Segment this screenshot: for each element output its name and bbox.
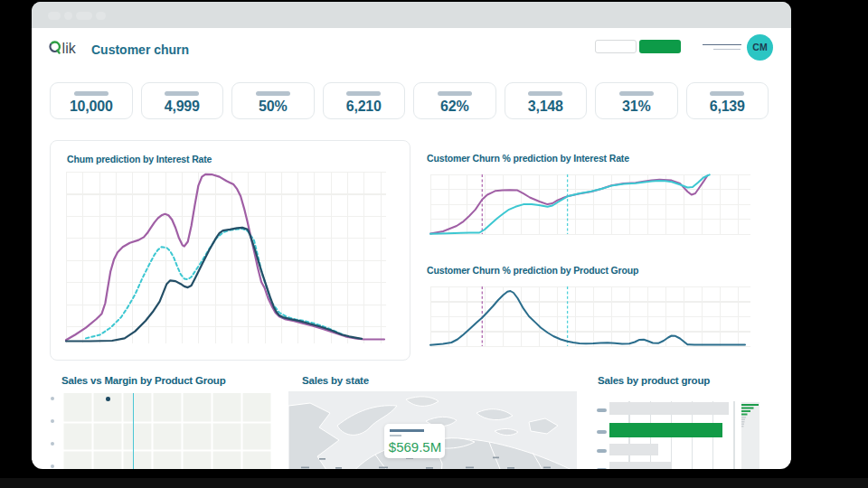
svg-text:lik: lik — [62, 41, 77, 56]
